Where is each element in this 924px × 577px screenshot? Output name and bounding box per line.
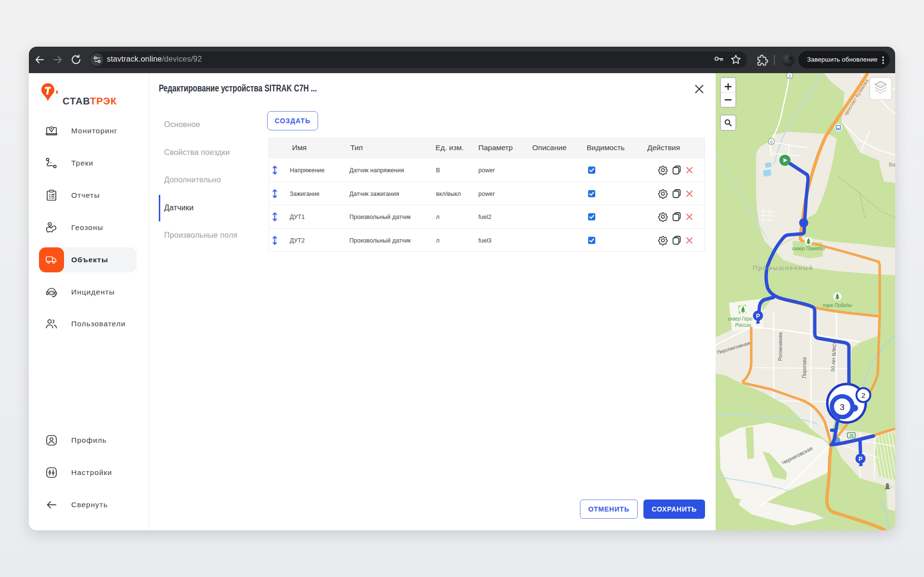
svg-text:Рогожникова: Рогожникова [778, 332, 783, 361]
svg-text:парк Победы: парк Победы [823, 303, 853, 308]
svg-text:38: 38 [849, 433, 854, 438]
svg-text:Пирогова: Пирогова [802, 357, 807, 378]
svg-text:Ва: Ва [889, 162, 895, 167]
svg-text:3: 3 [840, 403, 844, 412]
svg-text:сквер Памяти: сквер Памяти [792, 246, 825, 251]
svg-text:2: 2 [861, 391, 865, 399]
svg-text:сквер Геро: сквер Геро [728, 316, 753, 321]
svg-text:Промышленный: Промышленный [753, 264, 813, 271]
svg-text:России: России [735, 322, 751, 328]
svg-text:0: 0 [770, 140, 772, 144]
svg-text:P: P [756, 313, 760, 320]
svg-text:P: P [859, 456, 862, 462]
svg-text:2: 2 [788, 74, 791, 78]
